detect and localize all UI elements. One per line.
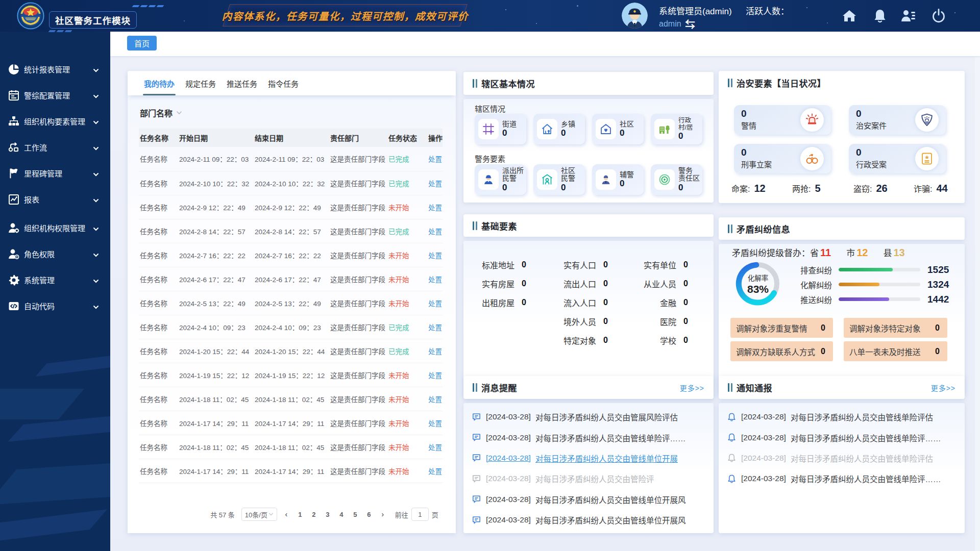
page-number[interactable]: 5 <box>351 511 360 518</box>
prev-page-button[interactable]: ‹ <box>282 510 291 518</box>
handle-link[interactable]: 处置 <box>428 276 442 284</box>
handle-link[interactable]: 处置 <box>428 468 442 475</box>
user-name-link[interactable]: admin <box>659 19 681 29</box>
page-size-select[interactable]: 10条/页 <box>241 508 277 521</box>
police-zone-icon <box>654 169 675 190</box>
handle-link[interactable]: 处置 <box>428 228 442 236</box>
user-role-icon <box>8 248 20 260</box>
handle-link[interactable]: 处置 <box>428 372 442 380</box>
home-icon[interactable] <box>841 8 857 24</box>
dispute-bar: 推送纠纷 1442 <box>800 292 953 307</box>
switch-user-icon[interactable]: ⇆ <box>685 17 695 31</box>
handle-link[interactable]: 处置 <box>428 204 442 212</box>
sidebar-nav: 统计报表管理 警综配置管理 组织机构要素管理 <box>0 32 110 551</box>
page-number[interactable]: 6 <box>364 511 374 518</box>
status-badge: 未开始 <box>388 276 409 284</box>
handle-link[interactable]: 处置 <box>428 252 442 260</box>
chevron-down-icon <box>176 110 182 116</box>
scrollbar-track[interactable] <box>975 32 980 551</box>
message-bubble-icon <box>472 412 481 422</box>
tab-my-todo[interactable]: 我的待办 <box>143 71 176 95</box>
notice-item[interactable]: [2024-03-28] 对每日涉矛盾纠纷人员交由管线单险评估 <box>727 448 960 468</box>
notices-panel-body: [2024-03-28] 对每日涉矛盾纠纷人员交由管线单险评估 [2024-03… <box>719 403 965 533</box>
panel-title: 矛盾纠纷信息 <box>728 222 790 235</box>
notice-item[interactable]: [2024-03-28] 对每日涉矛盾纠纷人员交由管线单险评…… <box>727 468 960 489</box>
message-item[interactable]: [2024-03-28] 对每日涉矛盾纠纷人员交由管线单险评…… <box>472 427 708 447</box>
chevron-down-icon <box>93 277 99 283</box>
contacts-icon[interactable] <box>900 8 916 24</box>
basic-stat: 实有房屋0 <box>470 274 526 293</box>
tab-command-tasks[interactable]: 指令任务 <box>267 71 300 95</box>
dispute-bar: 排查纠纷 1525 <box>800 262 953 277</box>
top-header: 社区警务工作模块 内容体系化，任务可量化，过程可控制，成效可评价 系统管理员(a… <box>0 0 980 32</box>
notices-more-link[interactable]: 更多>> <box>931 383 955 393</box>
next-page-button[interactable]: › <box>378 510 387 518</box>
section-label: 警务要素 <box>475 153 505 164</box>
handle-link[interactable]: 处置 <box>428 396 442 404</box>
handle-link[interactable]: 处置 <box>428 444 442 452</box>
handle-link[interactable]: 处置 <box>428 420 442 428</box>
page-number[interactable]: 2 <box>309 511 318 518</box>
tab-prescribed-tasks[interactable]: 规定任务 <box>184 71 217 95</box>
sidebar-item-org-elements[interactable]: 组织机构要素管理 <box>0 108 110 134</box>
tab-pushed-tasks[interactable]: 推送任务 <box>226 71 258 95</box>
department-filter[interactable]: 部门名称 <box>140 107 182 119</box>
workflow-icon <box>8 141 20 154</box>
handle-link[interactable]: 处置 <box>428 324 442 332</box>
sidebar-item-reports[interactable]: 报表 <box>0 186 110 212</box>
handle-link[interactable]: 处置 <box>428 348 442 356</box>
sidebar-item-police-config[interactable]: 警综配置管理 <box>0 82 110 108</box>
tasks-panel: 我的待办 规定任务 推送任务 指令任务 部门名称 任务名称 开始日期 结束日期 … <box>128 71 456 533</box>
chevron-down-icon <box>93 66 99 72</box>
chevron-down-icon <box>268 512 274 517</box>
sidebar-item-role-permissions[interactable]: 角色权限 <box>0 241 110 267</box>
sidebar-item-statistics-reports[interactable]: 统计报表管理 <box>0 56 110 82</box>
goto-page-input[interactable] <box>411 508 429 521</box>
sidebar-item-system[interactable]: 系统管理 <box>0 267 110 293</box>
title-bars-icon <box>728 383 732 392</box>
sidebar-item-milestones[interactable]: 里程碑管理 <box>0 160 110 186</box>
dispute-panel-header: 矛盾纠纷信息 <box>719 217 965 240</box>
page-number[interactable]: 3 <box>323 511 332 518</box>
status-badge: 已完成 <box>388 228 409 236</box>
basic-panel-body: 标准地址0实有房屋0出租房屋0 实有人口0流出人口0流入人口0境外人员0特定对象… <box>463 241 714 397</box>
notice-item[interactable]: [2024-03-28] 对每日涉矛盾纠纷人员交由管线单险评…… <box>727 427 960 447</box>
user-gear-icon <box>8 222 20 234</box>
message-bubble-icon <box>472 433 481 442</box>
user-avatar[interactable] <box>622 3 648 29</box>
community-police-icon <box>537 169 557 190</box>
message-item[interactable]: [2024-03-28] 对每日涉矛盾纠纷人员交由管线单位开展风 <box>472 510 708 530</box>
station-police-icon <box>478 169 499 190</box>
sidebar-item-auto-code[interactable]: 自动代码 <box>0 293 110 319</box>
notice-bell-icon <box>727 412 737 422</box>
org-tree-icon <box>8 115 20 128</box>
table-row: 任务名称 2024-1-18 11：02：45 2024-1-18 11：02：… <box>139 387 443 411</box>
code-icon <box>8 300 20 312</box>
status-badge: 未开始 <box>388 204 409 212</box>
bell-icon[interactable] <box>872 8 888 24</box>
messages-more-link[interactable]: 更多>> <box>680 383 704 393</box>
message-item[interactable]: [2024-03-28] 对每日涉矛盾纠纷人员交由管线单位开展 <box>472 448 708 468</box>
goto-label: 前往 <box>395 510 408 519</box>
page-number[interactable]: 4 <box>337 511 346 518</box>
power-icon[interactable] <box>930 8 947 24</box>
message-item[interactable]: [2024-03-28] 对每日涉矛盾纠纷人员交由管展风险评估 <box>472 407 708 427</box>
page-number[interactable]: 1 <box>296 511 305 518</box>
stat-card-admin-cases: 0 行政受案 <box>849 144 946 173</box>
breadcrumb-home-tab[interactable]: 首页 <box>127 36 157 51</box>
handle-link[interactable]: 处置 <box>428 300 442 308</box>
message-bubble-icon <box>472 474 481 484</box>
sidebar-item-workflow[interactable]: 工作流 <box>0 134 110 160</box>
notice-item[interactable]: [2024-03-28] 对每日涉矛盾纠纷人员交由管线单险评估 <box>727 407 960 427</box>
handle-link[interactable]: 处置 <box>428 156 442 163</box>
pagination: 共 57 条 10条/页 ‹ 123456 › 前往 页 <box>128 508 456 521</box>
sidebar-item-org-permissions[interactable]: 组织机构权限管理 <box>0 215 110 241</box>
chevron-down-icon <box>93 196 99 203</box>
message-item[interactable]: [2024-03-28] 对每日涉矛盾纠纷人员交由管线单位开展风 <box>472 489 708 510</box>
app-title: 社区警务工作模块 <box>49 11 137 29</box>
message-item[interactable]: [2024-03-28] 对每日涉矛盾纠纷人员交由管险评 <box>472 468 708 489</box>
table-row: 任务名称 2024-1-19 15：22：12 2024-1-19 15：22：… <box>139 363 443 387</box>
table-row: 任务名称 2024-1-17 14：29：11 2024-1-17 14：29：… <box>139 411 443 435</box>
handle-link[interactable]: 处置 <box>428 180 442 188</box>
flag-icon <box>8 167 20 180</box>
